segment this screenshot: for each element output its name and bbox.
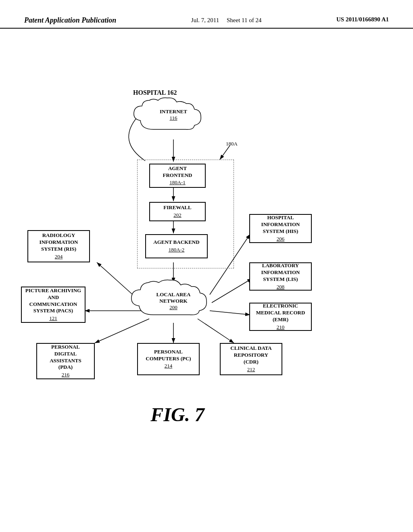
firewall-box: FIREWALL 202 xyxy=(149,202,206,221)
internet-label: INTERNET xyxy=(129,108,218,115)
svg-line-14 xyxy=(220,145,230,160)
agent-frontend-box: AGENT FRONTEND 180A-1 xyxy=(149,164,206,188)
lan-ref: 200 xyxy=(125,304,222,311)
his-box: HOSPITAL INFORMATION SYSTEM (HIS) 206 xyxy=(249,214,312,243)
hospital-label: HOSPITAL 162 xyxy=(133,89,177,96)
lan-cloud: LOCAL AREANETWORK 200 xyxy=(125,278,222,327)
internet-ref: 116 xyxy=(129,115,218,121)
diagram-area: HOSPITAL 162 INTERNET 116 180A AGENT FRO… xyxy=(0,37,413,500)
agent-backend-box: AGENT BACKEND 180A-2 xyxy=(145,234,208,258)
pacs-box: PICTURE ARCHIVING AND COMMUNICATION SYST… xyxy=(21,287,86,323)
internet-cloud: INTERNET 116 xyxy=(129,97,218,141)
lis-box: LABORATORY INFORMATION SYSTEM (LIS) 208 xyxy=(249,262,312,291)
patent-number: US 2011/0166890 A1 xyxy=(336,16,389,23)
pda-box: PERSONAL DIGITAL ASSISTANTS (PDA) 216 xyxy=(36,343,95,379)
emr-box: ELECTRONIC MEDICAL RECORD (EMR) 210 xyxy=(249,303,312,331)
sheet-label: Sheet 11 of 24 xyxy=(227,17,262,23)
pc-box: PERSONAL COMPUTERS (PC) 214 xyxy=(137,343,200,375)
lan-label: LOCAL AREANETWORK xyxy=(125,291,222,304)
label-180a: 180A xyxy=(226,141,238,147)
ris-box: RADIOLOGY INFORMATION SYSTEM (RIS) 204 xyxy=(27,230,90,262)
cdr-box: CLINICAL DATA REPOSITORY (CDR) 212 xyxy=(220,343,282,375)
date-label: Jul. 7, 2011 xyxy=(191,17,219,23)
header-center: Jul. 7, 2011 Sheet 11 of 24 xyxy=(191,16,262,25)
publication-label: Patent Application Publication xyxy=(24,16,116,25)
page-header: Patent Application Publication Jul. 7, 2… xyxy=(0,0,413,29)
figure-label: FIG. 7 xyxy=(137,403,218,426)
